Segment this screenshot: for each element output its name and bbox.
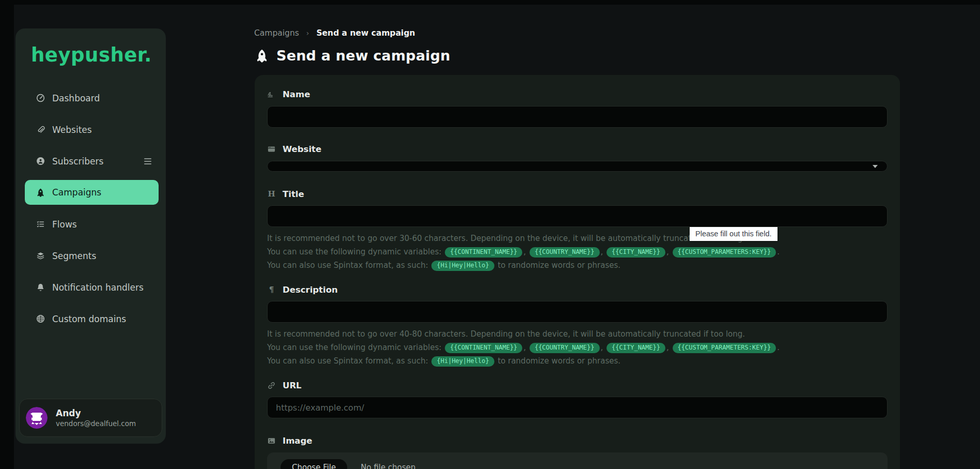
sidebar-item-label: Notification handlers [52, 282, 144, 293]
campaign-form-card: Name Website H Title It is recommended n… [255, 75, 900, 469]
choose-file-button[interactable]: Choose File [281, 459, 347, 469]
field-label-text: Title [283, 189, 304, 199]
sidebar-item-label: Campaigns [52, 187, 101, 198]
layers-icon [36, 251, 45, 260]
variable-pill: {{CONTINENT_NAME}} [445, 247, 522, 258]
spintax-pill: {Hi|Hey|Hello} [431, 261, 494, 271]
helper-variables-line: You can use the following dynamic variab… [267, 341, 888, 354]
user-name: Andy [56, 407, 136, 419]
description-helper: It is recommended not to go over 40-80 c… [267, 327, 888, 368]
helper-truncation-note: It is recommended not to go over 30-60 c… [267, 232, 888, 245]
helper-variables-line: You can use the following dynamic variab… [267, 245, 888, 259]
variable-pill: {{CITY_NAME}} [606, 247, 665, 258]
spintax-pill: {Hi|Hey|Hello} [431, 356, 494, 367]
sidebar-item-label: Subscribers [52, 156, 103, 167]
bell-icon [36, 283, 45, 292]
page-title-row: Send a new campaign [255, 48, 450, 64]
chevron-right-icon: › [306, 29, 309, 37]
helper-spintax-line: You can also use Spintax format, as such… [267, 259, 888, 272]
sidebar-item-label: Websites [52, 125, 92, 135]
field-label-text: URL [283, 381, 302, 390]
user-email: vendors@dealfuel.com [56, 419, 136, 428]
sidebar-item-websites[interactable]: Websites [25, 114, 159, 145]
sidebar: heypusher. Dashboard Websites Subscriber… [15, 28, 166, 444]
chevron-down-icon [873, 165, 878, 168]
title-input[interactable] [267, 205, 888, 227]
app-logo[interactable]: heypusher. [31, 44, 166, 66]
sidebar-item-segments[interactable]: Segments [25, 240, 159, 271]
checklist-icon [36, 220, 45, 229]
field-label-text: Image [283, 436, 312, 446]
variable-pill: {{CUSTOM_PARAMETERS:KEY}} [673, 343, 776, 353]
sidebar-item-subscribers[interactable]: Subscribers [25, 145, 159, 177]
variable-pill: {{COUNTRY_NAME}} [530, 247, 600, 258]
sidebar-item-label: Custom domains [52, 314, 126, 324]
breadcrumb: Campaigns › Send a new campaign [254, 28, 415, 38]
field-label-text: Description [283, 285, 338, 295]
avatar [26, 407, 48, 429]
field-label-text: Name [283, 89, 310, 99]
sidebar-item-flows[interactable]: Flows [25, 208, 159, 240]
sidebar-item-custom-domains[interactable]: Custom domains [25, 303, 159, 335]
variable-pill: {{CITY_NAME}} [606, 343, 665, 353]
variable-pill: {{CUSTOM_PARAMETERS:KEY}} [673, 247, 776, 258]
url-input[interactable] [267, 397, 888, 418]
image-icon [267, 436, 276, 445]
sidebar-item-campaigns[interactable]: Campaigns [25, 180, 159, 205]
pilcrow-icon: ¶ [267, 285, 276, 294]
sidebar-item-dashboard[interactable]: Dashboard [25, 82, 159, 114]
sidebar-nav: Dashboard Websites Subscribers Campaigns [15, 82, 166, 335]
title-helper: It is recommended not to go over 30-60 c… [267, 232, 888, 272]
rocket-icon [255, 49, 269, 63]
variable-pill: {{CONTINENT_NAME}} [445, 343, 522, 353]
sidebar-item-notification-handlers[interactable]: Notification handlers [25, 271, 159, 303]
user-card[interactable]: Andy vendors@dealfuel.com [19, 399, 162, 437]
sidebar-item-label: Flows [52, 219, 77, 230]
helper-truncation-note: It is recommended not to go over 40-80 c… [267, 327, 888, 341]
menu-icon[interactable] [144, 158, 151, 164]
signature-icon [267, 90, 276, 99]
name-input[interactable] [267, 106, 888, 128]
breadcrumb-campaigns[interactable]: Campaigns [254, 28, 299, 38]
website-field-label: Website [267, 143, 888, 155]
paperclip-icon [36, 125, 45, 134]
validation-tooltip: Please fill out this field. [690, 227, 777, 241]
globe-icon [36, 314, 45, 323]
url-field-label: URL [267, 380, 888, 391]
title-field-label: H Title [267, 188, 888, 200]
image-field-label: Image [267, 435, 888, 446]
heading-icon: H [267, 189, 276, 199]
description-field-label: ¶ Description [267, 284, 888, 295]
helper-spintax-line: You can also use Spintax format, as such… [267, 354, 888, 368]
sidebar-item-label: Segments [52, 251, 96, 261]
website-select[interactable] [267, 161, 888, 172]
variable-pill: {{COUNTRY_NAME}} [530, 343, 600, 353]
breadcrumb-current: Send a new campaign [316, 28, 415, 38]
name-field-label: Name [267, 88, 888, 100]
speedometer-icon [36, 94, 45, 102]
browser-window-icon [267, 145, 276, 154]
sidebar-item-label: Dashboard [52, 93, 100, 103]
field-label-text: Website [283, 144, 321, 154]
description-input[interactable] [267, 301, 888, 323]
image-file-input[interactable]: Choose File No file chosen [267, 452, 888, 469]
rocket-icon [36, 188, 45, 197]
person-icon [36, 157, 45, 165]
link-icon [267, 381, 276, 390]
no-file-chosen-text: No file chosen [361, 463, 415, 469]
page-title: Send a new campaign [276, 48, 450, 64]
